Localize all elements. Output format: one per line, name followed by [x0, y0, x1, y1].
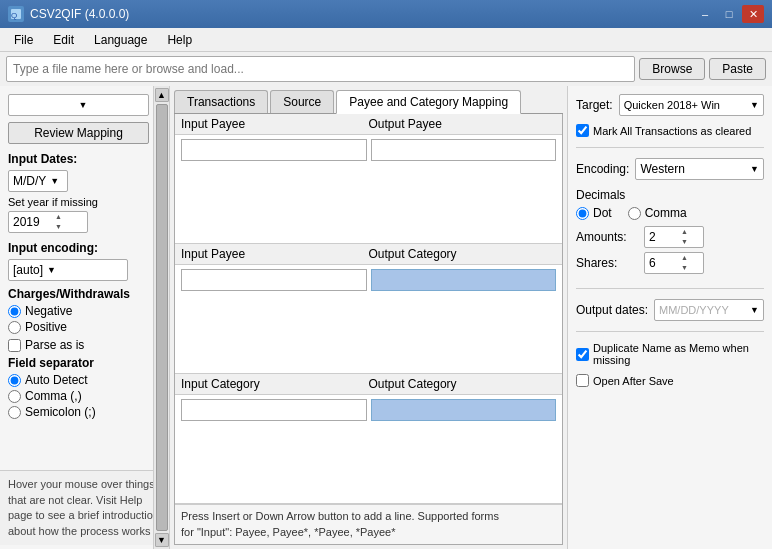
target-value: Quicken 2018+ Win: [624, 99, 750, 111]
year-input[interactable]: 2019: [13, 215, 53, 229]
input-encoding-dropdown[interactable]: [auto] ▼: [8, 259, 128, 281]
input-payee-cell[interactable]: [181, 139, 367, 161]
tab-transactions[interactable]: Transactions: [174, 90, 268, 113]
target-label: Target:: [576, 98, 613, 112]
output-category2-cell[interactable]: [371, 399, 557, 421]
output-category2-input[interactable]: [371, 399, 557, 421]
mark-all-text: Mark All Transactions as cleared: [593, 125, 751, 137]
menu-edit[interactable]: Edit: [43, 31, 84, 49]
output-category-input[interactable]: [371, 269, 557, 291]
parse-as-is-label[interactable]: Parse as is: [8, 338, 149, 352]
encoding-dropdown[interactable]: Western ▼: [635, 158, 764, 180]
target-row: Target: Quicken 2018+ Win ▼: [576, 94, 764, 116]
open-after-save-label[interactable]: Open After Save: [576, 374, 764, 387]
help-text: Hover your mouse over things that are no…: [0, 470, 169, 545]
positive-radio-label[interactable]: Positive: [8, 320, 149, 334]
positive-label: Positive: [25, 320, 67, 334]
input-category-input[interactable]: [181, 399, 367, 421]
left-scrollbar[interactable]: ▲ ▼: [153, 86, 169, 549]
dot-label: Dot: [593, 206, 612, 220]
output-category-cell[interactable]: [371, 269, 557, 291]
dot-radio-label[interactable]: Dot: [576, 206, 612, 220]
browse-button[interactable]: Browse: [639, 58, 705, 80]
field-separator-label: Field separator: [8, 356, 149, 370]
window-title: CSV2QIF (4.0.0.0): [30, 7, 129, 21]
parse-as-is-checkbox[interactable]: [8, 339, 21, 352]
duplicate-name-label[interactable]: Duplicate Name as Memo when missing: [576, 342, 764, 366]
dot-radio[interactable]: [576, 207, 589, 220]
semicolon-sep-label[interactable]: Semicolon (;): [8, 405, 149, 419]
parse-as-is-text: Parse as is: [25, 338, 84, 352]
status-bar: Press Insert or Down Arrow button to add…: [175, 504, 562, 544]
category-mapping-section: Input Category Output Category: [175, 374, 562, 504]
payee-category-section: Input Payee Output Category: [175, 244, 562, 374]
date-format-dropdown[interactable]: M/D/Y ▼: [8, 170, 68, 192]
input-payee2-cell[interactable]: [181, 269, 367, 291]
duplicate-name-checkbox[interactable]: [576, 348, 589, 361]
close-button[interactable]: ✕: [742, 5, 764, 23]
scroll-down-arrow-icon[interactable]: ▼: [155, 533, 169, 547]
year-spinner[interactable]: 2019 ▲ ▼: [8, 211, 88, 233]
shares-input[interactable]: [649, 256, 679, 270]
menu-language[interactable]: Language: [84, 31, 157, 49]
amounts-input[interactable]: [649, 230, 679, 244]
comma-radio[interactable]: [628, 207, 641, 220]
comma-radio-label[interactable]: Comma: [628, 206, 687, 220]
output-payee-cell[interactable]: [371, 139, 557, 161]
file-path-input[interactable]: [13, 62, 628, 76]
shares-down-icon[interactable]: ▼: [681, 263, 688, 273]
semicolon-radio[interactable]: [8, 406, 21, 419]
year-up-icon[interactable]: ▲: [55, 212, 62, 222]
date-dropdown-arrow-icon: ▼: [50, 176, 59, 186]
amounts-row: Amounts: ▲ ▼: [576, 226, 764, 248]
mark-all-checkbox[interactable]: [576, 124, 589, 137]
scroll-thumb[interactable]: [156, 104, 168, 531]
status-line1: Press Insert or Down Arrow button to add…: [181, 509, 556, 524]
negative-radio-label[interactable]: Negative: [8, 304, 149, 318]
input-dates-label: Input Dates:: [8, 152, 149, 166]
scroll-up-arrow-icon[interactable]: ▲: [155, 88, 169, 102]
output-payee-input[interactable]: [371, 139, 557, 161]
minimize-button[interactable]: –: [694, 5, 716, 23]
amounts-spinner[interactable]: ▲ ▼: [644, 226, 704, 248]
paste-button[interactable]: Paste: [709, 58, 766, 80]
payee-mapping-section: Input Payee Output Payee: [175, 114, 562, 244]
review-mapping-button[interactable]: Review Mapping: [8, 122, 149, 144]
output-dates-dropdown[interactable]: MM/DD/YYYY ▼: [654, 299, 764, 321]
comma-radio[interactable]: [8, 390, 21, 403]
target-dropdown[interactable]: Quicken 2018+ Win ▼: [619, 94, 764, 116]
input-payee-input[interactable]: [181, 139, 367, 161]
negative-radio[interactable]: [8, 305, 21, 318]
decimals-label: Decimals: [576, 188, 764, 202]
encoding-value: [auto]: [13, 263, 43, 277]
input-category-header: Input Category: [181, 377, 369, 391]
tabs-area: Transactions Source Payee and Category M…: [174, 90, 563, 114]
comma-sep-label[interactable]: Comma (,): [8, 389, 149, 403]
auto-detect-label[interactable]: Auto Detect: [8, 373, 149, 387]
positive-radio[interactable]: [8, 321, 21, 334]
input-payee-header: Input Payee: [181, 117, 369, 131]
tab-payee-category[interactable]: Payee and Category Mapping: [336, 90, 521, 114]
profile-dropdown[interactable]: ▼: [8, 94, 149, 116]
amounts-label: Amounts:: [576, 230, 636, 244]
amounts-up-icon[interactable]: ▲: [681, 227, 688, 237]
mark-all-label[interactable]: Mark All Transactions as cleared: [576, 124, 764, 137]
open-after-save-checkbox[interactable]: [576, 374, 589, 387]
shares-spinner[interactable]: ▲ ▼: [644, 252, 704, 274]
year-down-icon[interactable]: ▼: [55, 222, 62, 232]
maximize-button[interactable]: □: [718, 5, 740, 23]
set-year-label: Set year if missing: [8, 196, 149, 208]
input-category-cell[interactable]: [181, 399, 367, 421]
menu-file[interactable]: File: [4, 31, 43, 49]
output-category2-header: Output Category: [369, 377, 557, 391]
menu-help[interactable]: Help: [157, 31, 202, 49]
shares-up-icon[interactable]: ▲: [681, 253, 688, 263]
amounts-down-icon[interactable]: ▼: [681, 237, 688, 247]
input-payee2-input[interactable]: [181, 269, 367, 291]
tab-source[interactable]: Source: [270, 90, 334, 113]
encoding-dropdown-value: Western: [640, 162, 750, 176]
output-dates-row: Output dates: MM/DD/YYYY ▼: [576, 299, 764, 321]
center-panel: Transactions Source Payee and Category M…: [170, 86, 567, 549]
negative-label: Negative: [25, 304, 72, 318]
auto-detect-radio[interactable]: [8, 374, 21, 387]
